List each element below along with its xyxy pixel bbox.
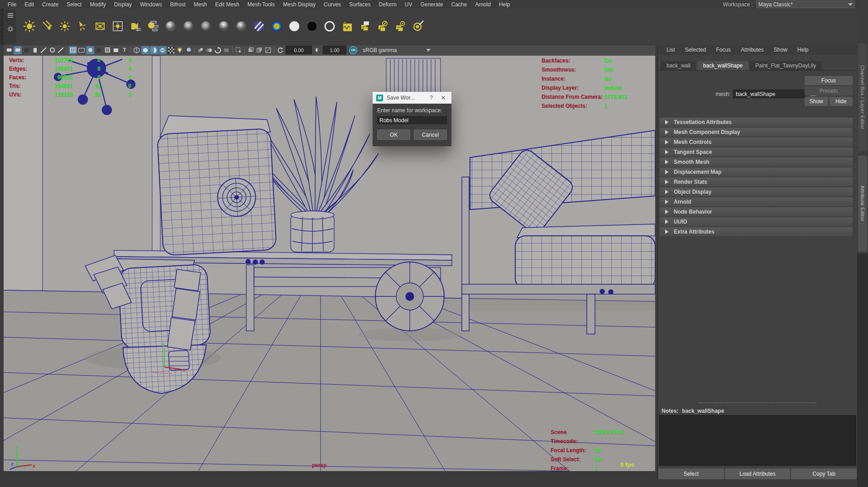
- section-tessellation-attributes[interactable]: Tessellation Attributes: [660, 118, 853, 127]
- notes-textarea[interactable]: [659, 415, 856, 466]
- tab-back-wallshape[interactable]: back_wallShape: [697, 61, 748, 70]
- presets-button[interactable]: Presets: [805, 86, 853, 95]
- menu-mesh-tools[interactable]: Mesh Tools: [244, 1, 279, 8]
- mesh-name-field[interactable]: [733, 90, 806, 98]
- isolate-select-icon[interactable]: [235, 46, 243, 54]
- anisotropic-sphere-icon[interactable]: [251, 19, 267, 34]
- menu-bifrost[interactable]: Bifrost: [166, 1, 190, 8]
- surface-shader-sphere-icon[interactable]: [287, 19, 302, 34]
- hide-button[interactable]: Hide: [830, 97, 853, 106]
- ae-menu-show[interactable]: Show: [769, 47, 792, 53]
- close-icon[interactable]: ✕: [439, 95, 448, 101]
- snapshot-camera-icon[interactable]: [5, 46, 13, 54]
- notes-drag-handle[interactable]: [699, 402, 816, 406]
- workspace-name-input[interactable]: [377, 116, 447, 124]
- ae-menu-attributes[interactable]: Attributes: [736, 47, 769, 53]
- shelf-grip[interactable]: [0, 9, 4, 45]
- load-attributes-button[interactable]: Load Attributes: [725, 468, 791, 479]
- ae-menu-list[interactable]: List: [662, 47, 680, 53]
- standard-surface-sphere-icon[interactable]: [163, 19, 178, 34]
- section-mesh-controls[interactable]: Mesh Controls: [660, 138, 853, 147]
- paint-effects-brush-icon[interactable]: [410, 19, 426, 34]
- area-light-icon[interactable]: [92, 19, 108, 34]
- screen-space-ao-icon[interactable]: [197, 46, 205, 54]
- menu-generate[interactable]: Generate: [416, 1, 447, 8]
- section-arnold[interactable]: Arnold: [660, 197, 853, 206]
- section-smooth-mesh[interactable]: Smooth Mesh: [660, 158, 853, 167]
- spot-light-icon[interactable]: [75, 19, 90, 34]
- render-settings-icon[interactable]: [340, 19, 355, 34]
- workspace-selector[interactable]: Maya Classic*: [756, 0, 855, 8]
- ae-menu-focus[interactable]: Focus: [711, 47, 736, 53]
- menu-surfaces[interactable]: Surfaces: [345, 1, 374, 8]
- directional-light-icon[interactable]: [39, 19, 55, 34]
- xray-joints-icon[interactable]: [255, 46, 264, 54]
- show-button[interactable]: Show: [805, 97, 828, 106]
- focus-button[interactable]: Focus: [805, 76, 853, 85]
- menu-mesh[interactable]: Mesh: [190, 1, 211, 8]
- shelf-menu-icon[interactable]: [8, 15, 13, 16]
- menu-help[interactable]: Help: [495, 1, 514, 8]
- section-render-stats[interactable]: Render Stats: [660, 177, 853, 186]
- menu-edit[interactable]: Edit: [20, 1, 38, 8]
- volume-light-icon[interactable]: [110, 19, 125, 34]
- light-editor-icon[interactable]: [145, 19, 161, 34]
- menu-create[interactable]: Create: [38, 1, 62, 8]
- layered-texture-icon[interactable]: [357, 19, 373, 34]
- point-light-icon[interactable]: [57, 19, 72, 34]
- grayed-option-icon[interactable]: [222, 46, 230, 54]
- lambert-sphere-icon[interactable]: [198, 19, 214, 34]
- tab-paint-flat-tawnydaylily[interactable]: Paint_Flat_TawnyDayLily: [749, 61, 822, 70]
- black-shader-sphere-icon[interactable]: [304, 19, 320, 34]
- section-displacement-map[interactable]: Displacement Map: [660, 167, 853, 177]
- section-mesh-component-display[interactable]: Mesh Component Display: [660, 128, 853, 137]
- ae-menu-help[interactable]: Help: [792, 47, 814, 53]
- ambient-light-icon[interactable]: [22, 19, 37, 34]
- select-button[interactable]: Select: [658, 468, 724, 479]
- wireframe-on-shaded-icon[interactable]: [150, 46, 158, 54]
- track-manip-icon[interactable]: [48, 46, 56, 54]
- camera-attributes-icon[interactable]: [22, 46, 30, 54]
- pencil-edit-icon[interactable]: [39, 46, 48, 54]
- menu-uv[interactable]: UV: [401, 1, 417, 8]
- film-gate-icon[interactable]: [77, 46, 86, 54]
- ae-menu-selected[interactable]: Selected: [680, 47, 711, 53]
- menu-file[interactable]: File: [4, 1, 20, 8]
- motion-blur-icon[interactable]: [205, 46, 213, 54]
- menu-select[interactable]: Select: [62, 1, 86, 8]
- gate-mask-icon[interactable]: [95, 46, 103, 54]
- menu-windows[interactable]: Windows: [136, 1, 166, 8]
- cancel-button[interactable]: Cancel: [414, 129, 447, 140]
- menu-modify[interactable]: Modify: [86, 1, 110, 8]
- viewport-scene[interactable]: y x y x: [4, 56, 655, 471]
- text-hud-icon[interactable]: T: [120, 46, 129, 54]
- xray-icon[interactable]: [247, 46, 255, 54]
- anti-aliasing-icon[interactable]: [214, 46, 222, 54]
- use-default-material-icon[interactable]: [167, 46, 175, 54]
- exposure-refresh-icon[interactable]: [276, 46, 284, 54]
- tab-channel-box-layer-editor[interactable]: Channel Box / Layer Editor: [858, 43, 867, 151]
- help-icon[interactable]: ?: [427, 95, 435, 101]
- bookmark-icon[interactable]: [31, 46, 39, 54]
- blinn-sphere-icon[interactable]: [181, 19, 196, 34]
- exposure-field[interactable]: [286, 46, 312, 54]
- image-plane-icon[interactable]: [112, 46, 120, 54]
- contrast-icon[interactable]: [313, 46, 321, 54]
- gamma-field[interactable]: [323, 46, 346, 54]
- gear-icon[interactable]: [7, 26, 14, 32]
- viewport[interactable]: y x y x: [4, 56, 655, 471]
- tab-attribute-editor[interactable]: Attribute Editor: [858, 156, 867, 252]
- section-object-display[interactable]: Object Display: [660, 187, 853, 196]
- colorspace-selector[interactable]: sRGB gamma: [361, 47, 432, 54]
- camcorder-icon[interactable]: [14, 46, 22, 54]
- lighting-icon[interactable]: [176, 46, 184, 54]
- wireframe-cube-icon[interactable]: [133, 46, 141, 54]
- ok-button[interactable]: OK: [377, 129, 410, 140]
- menu-edit-mesh[interactable]: Edit Mesh: [211, 1, 243, 8]
- menu-curves[interactable]: Curves: [320, 1, 345, 8]
- ramp-shader-sphere-icon[interactable]: [269, 19, 284, 34]
- node-editor-icon[interactable]: [393, 19, 408, 34]
- section-node-behavior[interactable]: Node Behavior: [660, 207, 853, 216]
- phong-sphere-icon[interactable]: [216, 19, 231, 34]
- phonge-sphere-icon[interactable]: [234, 19, 249, 34]
